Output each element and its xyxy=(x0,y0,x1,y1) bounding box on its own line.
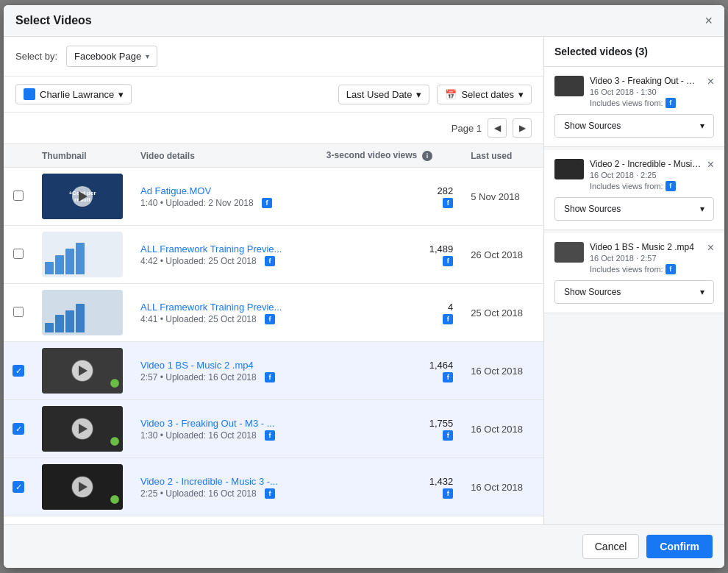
video-title-link[interactable]: ALL Framework Training Previe... xyxy=(140,243,282,255)
video-thumbnail xyxy=(42,406,123,452)
video-thumbnail xyxy=(42,232,123,277)
thumbnail-cell xyxy=(33,458,132,516)
select-by-label: Select by: xyxy=(15,51,57,62)
date-filter-chevron: ▾ xyxy=(416,89,421,100)
views-fb-icon: f xyxy=(326,372,453,382)
selected-video-header: Video 3 - Freaking Out - M3 - S... 16 Oc… xyxy=(554,76,714,108)
video-duration: 1:40 • Uploaded: 2 Nov 2018 xyxy=(140,198,254,208)
video-thumbnail xyxy=(42,290,123,335)
selected-video-thumbnail xyxy=(554,159,584,179)
includes-label: Includes views from: xyxy=(590,265,663,274)
facebook-source-icon: f xyxy=(665,181,676,191)
video-title-link[interactable]: Video 3 - Freaking Out - M3 - ... xyxy=(140,418,275,429)
show-sources-chevron: ▾ xyxy=(700,287,704,297)
right-panel: Selected videos (3) Video 3 - Freaking O… xyxy=(544,37,724,524)
views-fb-icon: f xyxy=(326,488,453,499)
selected-videos-list: Video 3 - Freaking Out - M3 - S... 16 Oc… xyxy=(544,67,724,316)
thumbnail-cell: +Cost perresult xyxy=(33,168,132,226)
video-title-link[interactable]: Video 2 - Incredible - Music 3 -... xyxy=(140,476,278,487)
video-details-cell: Ad Fatigue.MOV 1:40 • Uploaded: 2 Nov 20… xyxy=(132,168,318,226)
thumbnail-cell xyxy=(33,226,132,284)
facebook-icon: f xyxy=(265,314,275,324)
facebook-icon: f xyxy=(262,198,272,208)
video-duration: 2:57 • Uploaded: 16 Oct 2018 xyxy=(140,372,257,382)
facebook-source-icon: f xyxy=(665,264,676,274)
table-row: ✓ Video 2 - Incredible - Music 3 -... 2:… xyxy=(4,458,543,516)
thumbnail-cell xyxy=(33,284,132,342)
video-duration: 4:41 • Uploaded: 25 Oct 2018 xyxy=(140,314,257,324)
table-row: +Cost perresult Ad Fatigue.MOV 1:40 • Up… xyxy=(4,168,543,226)
select-dates-label: Select dates xyxy=(461,89,514,100)
prev-page-button[interactable]: ◀ xyxy=(488,118,507,138)
date-filter-dropdown[interactable]: Last Used Date ▾ xyxy=(338,85,430,104)
facebook-icon: f xyxy=(265,488,275,499)
remove-video-button[interactable]: × xyxy=(707,159,714,171)
video-title-link[interactable]: ALL Framework Training Previe... xyxy=(140,302,282,313)
facebook-views-icon: f xyxy=(443,430,453,441)
video-duration: 2:25 • Uploaded: 16 Oct 2018 xyxy=(140,488,257,499)
video-details-cell: Video 1 BS - Music 2 .mp4 2:57 • Uploade… xyxy=(132,342,318,400)
selected-video-thumbnail xyxy=(554,242,584,263)
selected-video-item: Video 1 BS - Music 2 .mp4 16 Oct 2018 · … xyxy=(544,233,724,313)
video-title-link[interactable]: Video 1 BS - Music 2 .mp4 xyxy=(140,360,254,371)
show-sources-button[interactable]: Show Sources ▾ xyxy=(554,114,714,138)
remove-video-button[interactable]: × xyxy=(707,76,714,88)
page-avatar-icon xyxy=(24,88,35,100)
video-meta: 2:57 • Uploaded: 16 Oct 2018 f xyxy=(140,372,309,382)
video-title-link[interactable]: Ad Fatigue.MOV xyxy=(140,185,211,196)
show-sources-chevron: ▾ xyxy=(700,121,704,131)
facebook-views-icon: f xyxy=(443,256,453,266)
confirm-button[interactable]: Confirm xyxy=(646,535,713,558)
row-checkbox[interactable] xyxy=(13,307,24,317)
remove-video-button[interactable]: × xyxy=(707,242,714,254)
header-checkbox-cell xyxy=(4,144,33,168)
info-icon[interactable]: i xyxy=(422,151,432,161)
views-fb-icon: f xyxy=(326,198,453,208)
video-details-cell: Video 2 - Incredible - Music 3 -... 2:25… xyxy=(132,458,318,516)
selected-video-date: 16 Oct 2018 · 2:57 xyxy=(590,254,702,263)
select-videos-modal: Select Videos × Select by: Facebook Page… xyxy=(4,5,724,568)
page-value: Charlie Lawrance xyxy=(40,89,114,100)
row-checkbox-checked[interactable]: ✓ xyxy=(13,365,24,377)
video-duration: 4:42 • Uploaded: 25 Oct 2018 xyxy=(140,256,257,266)
facebook-icon: f xyxy=(265,430,275,441)
select-by-chevron: ▾ xyxy=(146,52,149,60)
row-checkbox-checked[interactable]: ✓ xyxy=(13,423,24,435)
next-icon: ▶ xyxy=(519,123,526,133)
checkbox-cell: ✓ xyxy=(4,342,33,400)
selected-videos-header: Selected videos (3) xyxy=(544,37,724,67)
show-sources-button[interactable]: Show Sources ▾ xyxy=(554,197,714,221)
last-used-cell: 16 Oct 2018 xyxy=(462,400,543,458)
facebook-icon: f xyxy=(265,372,275,382)
video-meta: 4:42 • Uploaded: 25 Oct 2018 f xyxy=(140,256,309,266)
show-sources-label: Show Sources xyxy=(564,204,621,214)
page-dropdown[interactable]: Charlie Lawrance ▾ xyxy=(15,84,132,104)
cancel-button[interactable]: Cancel xyxy=(582,534,640,559)
close-button[interactable]: × xyxy=(704,14,713,27)
views-number: 1,464 xyxy=(326,360,453,371)
select-by-dropdown[interactable]: Facebook Page ▾ xyxy=(66,46,157,67)
row-checkbox[interactable] xyxy=(13,191,24,201)
modal-header: Select Videos × xyxy=(4,5,724,37)
last-used-cell: 5 Nov 2018 xyxy=(462,168,543,226)
last-used-cell: 25 Oct 2018 xyxy=(462,284,543,342)
modal-title: Select Videos xyxy=(15,14,92,27)
select-dates-button[interactable]: 📅 Select dates ▾ xyxy=(437,85,532,104)
show-sources-button[interactable]: Show Sources ▾ xyxy=(554,280,714,304)
videos-table: Thumbnail Video details 3-second video v… xyxy=(4,144,543,516)
row-checkbox[interactable] xyxy=(13,249,24,259)
row-checkbox-checked[interactable]: ✓ xyxy=(13,481,24,493)
checkbox-cell xyxy=(4,168,33,226)
left-panel: Select by: Facebook Page ▾ Charlie Lawra… xyxy=(4,37,544,524)
table-row: ✓ Video 3 - Freaking Out - M3 - ... 1:30… xyxy=(4,400,543,458)
next-page-button[interactable]: ▶ xyxy=(513,118,532,138)
views-cell: 282 f xyxy=(318,168,462,226)
show-sources-label: Show Sources xyxy=(564,287,621,297)
views-cell: 1,432 f xyxy=(318,458,462,516)
video-meta: 4:41 • Uploaded: 25 Oct 2018 f xyxy=(140,314,309,324)
selected-video-info: Video 1 BS - Music 2 .mp4 16 Oct 2018 · … xyxy=(590,242,702,274)
show-sources-label: Show Sources xyxy=(564,121,621,131)
selected-video-item: Video 3 - Freaking Out - M3 - S... 16 Oc… xyxy=(544,67,724,147)
calendar-icon: 📅 xyxy=(445,89,457,100)
selected-video-name: Video 1 BS - Music 2 .mp4 xyxy=(590,242,702,252)
